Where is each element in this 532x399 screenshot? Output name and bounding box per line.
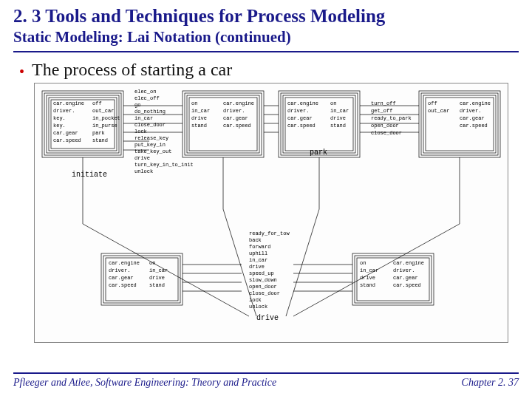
cell: drive — [149, 276, 165, 282]
cell: on — [149, 261, 155, 267]
cell: out_car — [92, 109, 114, 115]
cell: car.engine — [393, 261, 424, 267]
cell: drive — [360, 276, 375, 282]
cell: key. — [53, 116, 66, 122]
cell: key. — [53, 123, 66, 129]
cell: stand — [149, 283, 165, 289]
bullet-dot-icon: • — [19, 64, 24, 79]
cell: car.speed — [393, 283, 421, 289]
action: turn_key_in_to_init — [134, 163, 194, 168]
action: ready_to_park — [371, 116, 412, 122]
footer-left: Pfleeger and Atlee, Software Engineering… — [13, 377, 276, 389]
action: close_door — [249, 291, 280, 297]
action: do_nothing — [134, 109, 166, 115]
cell: car.engine — [460, 101, 491, 107]
action: unlock — [249, 304, 267, 310]
cell: in_car — [149, 268, 168, 274]
action: lock — [249, 298, 262, 304]
cell: in_purse — [92, 123, 117, 129]
cell: car.speed — [287, 123, 316, 129]
cell: car.speed — [223, 123, 251, 129]
cell: on — [191, 101, 197, 107]
action: put_key_in — [134, 143, 166, 149]
cell: car.gear — [287, 116, 313, 122]
state-label-drive: drive — [256, 314, 279, 322]
action: back — [249, 238, 262, 244]
action: go — [134, 103, 140, 109]
action: uphill — [249, 251, 267, 257]
cell: car.gear — [223, 116, 248, 122]
cell: on — [360, 261, 366, 267]
cell: driver. — [109, 268, 130, 274]
action: drive — [134, 156, 150, 162]
cell: car.gear — [460, 116, 485, 122]
action: ready_for_tow — [249, 231, 290, 237]
diagram-connectors — [35, 83, 508, 342]
cell: car.speed — [460, 123, 488, 129]
action: release_key — [134, 136, 168, 142]
cell: car.engine — [287, 101, 318, 107]
action: drive — [249, 265, 265, 270]
slide-title: 2. 3 Tools and Techniques for Process Mo… — [13, 6, 519, 27]
cell: in_car — [330, 109, 349, 115]
cell: on — [330, 101, 336, 107]
cell: off — [428, 101, 437, 107]
action: close_door — [371, 131, 402, 137]
cell: park — [92, 131, 105, 137]
cell: stand — [191, 123, 207, 129]
action: elec_off — [134, 96, 160, 102]
cell: drive — [191, 116, 207, 122]
cell: driver. — [53, 109, 75, 115]
slide-subtitle: Static Modeling: Lai Notation (continued… — [13, 28, 519, 47]
cell: driver. — [223, 109, 245, 115]
action: slow_down — [249, 278, 277, 284]
state-label-initiate: initiate — [72, 171, 107, 179]
action: unlock — [134, 169, 153, 175]
cell: car.engine — [109, 261, 140, 267]
action: speed_up — [249, 271, 274, 277]
cell: in_car — [360, 268, 378, 274]
cell: car.engine — [223, 101, 254, 107]
footer-right: Chapter 2. 37 — [462, 377, 519, 389]
action: take_key_out — [134, 149, 171, 155]
bullet-item: • The process of starting a car — [19, 60, 519, 80]
cell: car.gear — [53, 131, 78, 137]
action: elec_on — [134, 89, 156, 95]
cell: out_car — [428, 109, 449, 115]
cell: stand — [92, 138, 108, 144]
cell: in_car — [191, 109, 210, 115]
lai-notation-diagram: initiate park drive car.engine off drive… — [34, 83, 508, 343]
state-label-park: park — [310, 149, 327, 157]
cell: car.speed — [109, 283, 137, 289]
slide-footer: Pfleeger and Atlee, Software Engineering… — [13, 372, 519, 389]
cell: car.gear — [109, 276, 134, 282]
action: close_door — [134, 123, 166, 129]
action: get_off — [371, 109, 392, 115]
cell: in_pocket — [92, 116, 120, 122]
title-rule — [13, 51, 519, 52]
action: in_car — [134, 116, 153, 122]
footer-rule — [13, 372, 519, 374]
action: in_car — [249, 258, 267, 264]
cell: stand — [360, 283, 375, 289]
cell: car.speed — [53, 138, 81, 144]
cell: drive — [330, 116, 346, 122]
cell: car.engine — [53, 101, 84, 107]
cell: driver. — [287, 109, 309, 115]
bullet-text: The process of starting a car — [32, 60, 232, 80]
action: lock — [134, 129, 147, 135]
action: turn_off — [371, 101, 396, 107]
slide: 2. 3 Tools and Techniques for Process Mo… — [0, 0, 532, 399]
action: open_door — [249, 284, 277, 290]
cell: car.gear — [393, 276, 418, 282]
cell: driver. — [460, 109, 481, 115]
action: open_door — [371, 123, 399, 129]
cell: off — [92, 101, 102, 107]
cell: stand — [330, 123, 346, 129]
cell: driver. — [393, 268, 415, 274]
action: forward — [249, 245, 270, 250]
